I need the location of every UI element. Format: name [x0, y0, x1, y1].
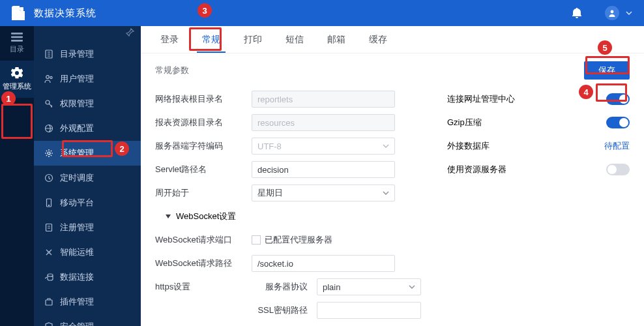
label-https: https设置 [155, 281, 252, 293]
sidebar-item-user-mgmt[interactable]: 用户管理 [34, 67, 141, 91]
section-title: 常规参数 [155, 65, 189, 76]
sidebar: 目录管理 用户管理 权限管理 外观配置 系统管理 定时调度 移动平台 注册管理 … [34, 26, 141, 326]
label-server-encoding: 服务器端字符编码 [155, 140, 252, 152]
tabs: 登录 常规 打印 短信 邮箱 缓存 [141, 26, 644, 53]
svg-point-5 [46, 76, 50, 79]
sidebar-item-system[interactable]: 系统管理 [34, 141, 141, 166]
svg-rect-15 [46, 300, 52, 305]
pin-icon[interactable] [125, 28, 134, 40]
select-proto[interactable]: plain [317, 278, 421, 295]
app-logo [12, 6, 25, 20]
section-websocket-toggle[interactable]: WebSocket设置 [155, 205, 421, 228]
tab-general[interactable]: 常规 [190, 26, 232, 53]
checkbox-proxy[interactable] [252, 235, 261, 244]
svg-point-6 [50, 76, 52, 78]
sidebar-item-schedule[interactable]: 定时调度 [34, 166, 141, 190]
sidebar-item-permission[interactable]: 权限管理 [34, 91, 141, 116]
svg-rect-2 [11, 37, 23, 38]
label-proto: 服务器协议 [252, 281, 317, 293]
tab-print[interactable]: 打印 [232, 26, 274, 53]
chevron-down-icon [409, 285, 415, 289]
tab-login[interactable]: 登录 [149, 26, 190, 53]
sidebar-item-mobile[interactable]: 移动平台 [34, 190, 141, 215]
tab-email[interactable]: 邮箱 [315, 26, 357, 53]
select-server-encoding[interactable]: UTF-8 [252, 138, 395, 155]
sidebar-item-data-conn[interactable]: 数据连接 [34, 265, 141, 289]
toggle-gzip[interactable] [606, 117, 630, 128]
label-ssl-key-path: SSL密钥路径 [252, 304, 317, 316]
svg-rect-3 [11, 40, 23, 42]
input-report-root[interactable] [252, 91, 395, 108]
toggle-res-server[interactable] [606, 164, 630, 175]
chevron-down-icon[interactable] [626, 11, 632, 15]
input-ws-path[interactable] [252, 255, 395, 272]
svg-point-12 [48, 205, 49, 205]
label-servlet: Servlet路径名 [155, 164, 252, 175]
label-resource-root: 报表资源根目录名 [155, 117, 252, 128]
save-button[interactable]: 保存 [584, 61, 630, 80]
tab-cache[interactable]: 缓存 [357, 26, 399, 53]
svg-point-14 [48, 252, 50, 253]
tab-sms[interactable]: 短信 [274, 26, 315, 53]
label-ws-path: WebSocket请求路径 [155, 258, 252, 269]
toggle-conn-center[interactable] [606, 93, 630, 105]
app-title: 数据决策系统 [34, 7, 96, 20]
user-avatar[interactable] [605, 6, 619, 20]
chevron-down-icon [383, 144, 389, 148]
chevron-down-icon [383, 191, 389, 195]
svg-point-9 [48, 152, 50, 155]
sidebar-item-catalog-mgmt[interactable]: 目录管理 [34, 42, 141, 67]
label-report-root: 网络报表根目录名 [155, 93, 252, 105]
sidebar-item-intelligent-ops[interactable]: 智能运维 [34, 240, 141, 265]
label-week-start: 周开始于 [155, 187, 252, 199]
input-ssl-key-path[interactable] [317, 302, 421, 319]
sidebar-item-register[interactable]: 注册管理 [34, 215, 141, 240]
label-gzip: Gzip压缩 [447, 117, 482, 128]
checkbox-proxy-label: 已配置代理服务器 [265, 234, 332, 246]
rail-label: 管理系统 [3, 82, 31, 91]
label-conn-center: 连接网址管理中心 [447, 93, 515, 105]
svg-rect-13 [46, 224, 52, 231]
label-ws-port: WebSocket请求端口 [155, 234, 252, 246]
input-servlet[interactable] [252, 161, 395, 178]
link-ext-db-config[interactable]: 待配置 [604, 140, 630, 152]
caret-down-icon [166, 215, 171, 218]
rail-item-admin[interactable]: 管理系统 [0, 61, 34, 98]
svg-rect-1 [11, 33, 23, 35]
label-res-server: 使用资源服务器 [447, 164, 506, 175]
rail-item-catalog[interactable]: 目录 [0, 26, 34, 61]
input-resource-root[interactable] [252, 114, 395, 131]
sidebar-item-appearance[interactable]: 外观配置 [34, 116, 141, 141]
sidebar-item-security[interactable]: 安全管理 [34, 314, 141, 326]
label-ext-db: 外接数据库 [447, 140, 490, 152]
select-week-start[interactable]: 星期日 [252, 185, 395, 201]
rail-label: 目录 [10, 44, 24, 54]
svg-point-7 [46, 100, 50, 104]
bell-icon[interactable] [572, 8, 581, 18]
svg-point-0 [611, 10, 614, 14]
sidebar-item-plugin[interactable]: 插件管理 [34, 289, 141, 314]
